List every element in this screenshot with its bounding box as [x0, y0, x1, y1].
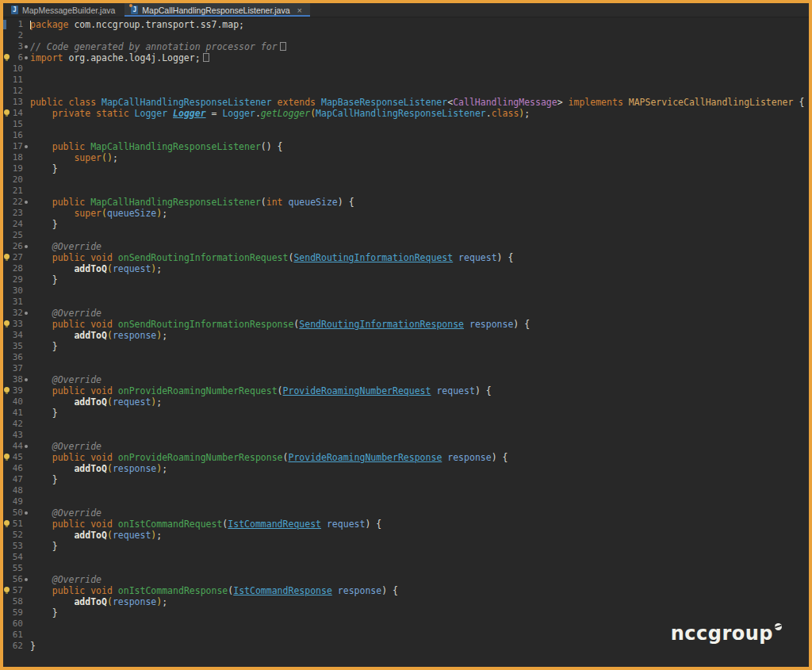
code-text[interactable]: @Override [30, 574, 809, 585]
code-line[interactable]: 6import org.apache.log4j.Logger; [3, 52, 809, 63]
code-text[interactable] [30, 119, 809, 130]
code-line[interactable]: 28 addToQ(request); [3, 263, 809, 274]
code-line[interactable]: 31 [3, 297, 809, 308]
code-line[interactable]: 11 [3, 75, 809, 86]
code-line[interactable]: 54 [3, 552, 809, 563]
code-text[interactable]: // Code generated by annotation processo… [30, 41, 809, 52]
code-text[interactable] [30, 419, 809, 430]
code-line[interactable]: 58 addToQ(response); [3, 596, 809, 607]
code-text[interactable]: addToQ(response); [30, 330, 809, 341]
code-text[interactable]: addToQ(request); [30, 263, 809, 274]
code-line[interactable]: 10 [3, 63, 809, 75]
code-line[interactable]: 48 [3, 485, 809, 496]
warning-bulb-icon[interactable] [4, 387, 10, 395]
code-line[interactable]: 27 public void onSendRoutingInformationR… [3, 252, 809, 263]
code-text[interactable]: public void onSendRoutingInformationRequ… [30, 252, 809, 263]
code-line[interactable]: 49 [3, 496, 809, 507]
code-text[interactable]: @Override [30, 241, 809, 252]
code-line[interactable]: 12 [3, 86, 809, 97]
code-line[interactable]: 26 @Override [3, 241, 809, 252]
code-text[interactable]: } [30, 163, 809, 174]
code-line[interactable]: 22 public MapCallHandlingResponseListene… [3, 197, 809, 208]
code-text[interactable] [30, 563, 809, 574]
code-text[interactable] [30, 485, 809, 496]
code-text[interactable] [30, 30, 809, 41]
code-text[interactable] [30, 130, 809, 141]
code-text[interactable]: addToQ(response); [30, 596, 809, 607]
code-line[interactable]: 14 private static Logger Logger = Logger… [3, 108, 809, 119]
code-line[interactable]: 55 [3, 563, 809, 574]
fold-marker-icon[interactable] [25, 511, 28, 515]
code-text[interactable]: } [30, 408, 809, 419]
fold-marker-icon[interactable] [25, 312, 28, 315]
code-line[interactable]: 42 [3, 419, 809, 430]
warning-bulb-icon[interactable] [4, 320, 10, 328]
code-line[interactable]: 17 public MapCallHandlingResponseListene… [3, 141, 809, 152]
code-line[interactable]: 1package com.nccgroup.transport.ss7.map; [3, 19, 809, 30]
fold-marker-icon[interactable] [25, 578, 28, 581]
code-text[interactable]: super(queueSize); [30, 208, 809, 219]
code-line[interactable]: 20 [3, 174, 809, 186]
code-text[interactable]: @Override [30, 507, 809, 519]
code-line[interactable]: 50 @Override [3, 507, 809, 519]
fold-marker-icon[interactable] [25, 45, 28, 48]
code-line[interactable]: 32 @Override [3, 308, 809, 319]
warning-bulb-icon[interactable] [4, 54, 10, 62]
folded-code-icon[interactable] [280, 42, 286, 51]
fold-marker-icon[interactable] [25, 201, 28, 204]
warning-bulb-icon[interactable] [4, 520, 10, 528]
code-text[interactable] [30, 352, 809, 363]
code-text[interactable]: public void onProvideRoamingNumberRespon… [30, 452, 809, 463]
code-line[interactable]: 36 [3, 352, 809, 363]
code-line[interactable]: 35 } [3, 341, 809, 352]
fold-marker-icon[interactable] [25, 378, 28, 381]
code-line[interactable]: 51 public void onIstCommandRequest(IstCo… [3, 519, 809, 530]
code-text[interactable]: addToQ(request); [30, 530, 809, 541]
code-text[interactable]: public class MapCallHandlingResponseList… [30, 97, 809, 108]
code-text[interactable] [30, 297, 809, 308]
code-text[interactable] [30, 285, 809, 297]
code-line[interactable]: 57 public void onIstCommandResponse(IstC… [3, 585, 809, 596]
code-line[interactable]: 46 addToQ(response); [3, 463, 809, 474]
code-text[interactable] [30, 86, 809, 97]
code-text[interactable]: public void onProvideRoamingNumberReques… [30, 385, 809, 396]
tab-mapmessagebuilder[interactable]: MapMessageBuilder.java [5, 3, 123, 17]
code-text[interactable]: public MapCallHandlingResponseListener()… [30, 141, 809, 152]
fold-marker-icon[interactable] [25, 56, 28, 59]
code-line[interactable]: 45 public void onProvideRoamingNumberRes… [3, 452, 809, 463]
code-line[interactable]: 34 addToQ(response); [3, 330, 809, 341]
code-text[interactable]: public void onIstCommandRequest(IstComma… [30, 519, 809, 530]
code-line[interactable]: 16 [3, 130, 809, 141]
code-line[interactable]: 13public class MapCallHandlingResponseLi… [3, 97, 809, 108]
code-text[interactable]: private static Logger Logger = Logger.ge… [30, 108, 809, 119]
warning-bulb-icon[interactable] [4, 454, 10, 461]
code-text[interactable]: @Override [30, 308, 809, 319]
code-text[interactable] [30, 430, 809, 441]
code-text[interactable] [30, 63, 809, 75]
code-text[interactable] [30, 363, 809, 374]
code-line[interactable]: 59 } [3, 607, 809, 618]
code-text[interactable] [30, 552, 809, 563]
code-line[interactable]: 30 [3, 285, 809, 297]
close-tab-icon[interactable]: × [297, 6, 302, 15]
code-line[interactable]: 25 [3, 230, 809, 241]
code-line[interactable]: 37 [3, 363, 809, 374]
code-text[interactable]: public MapCallHandlingResponseListener(i… [30, 197, 809, 208]
code-text[interactable] [30, 230, 809, 241]
code-text[interactable]: @Override [30, 374, 809, 385]
code-text[interactable]: addToQ(request); [30, 396, 809, 408]
code-text[interactable]: } [30, 607, 809, 618]
code-text[interactable]: } [30, 274, 809, 285]
code-text[interactable]: package com.nccgroup.transport.ss7.map; [30, 19, 809, 30]
fold-marker-icon[interactable] [25, 445, 28, 448]
code-text[interactable]: } [30, 219, 809, 230]
fold-marker-icon[interactable] [25, 145, 28, 148]
code-text[interactable]: } [30, 474, 809, 485]
code-line[interactable]: 19 } [3, 163, 809, 174]
code-line[interactable]: 23 super(queueSize); [3, 208, 809, 219]
warning-bulb-icon[interactable] [4, 109, 10, 117]
code-editor[interactable]: 1package com.nccgroup.transport.ss7.map;… [3, 17, 809, 652]
code-line[interactable]: 44 @Override [3, 441, 809, 452]
code-text[interactable]: addToQ(response); [30, 463, 809, 474]
warning-bulb-icon[interactable] [4, 254, 10, 262]
